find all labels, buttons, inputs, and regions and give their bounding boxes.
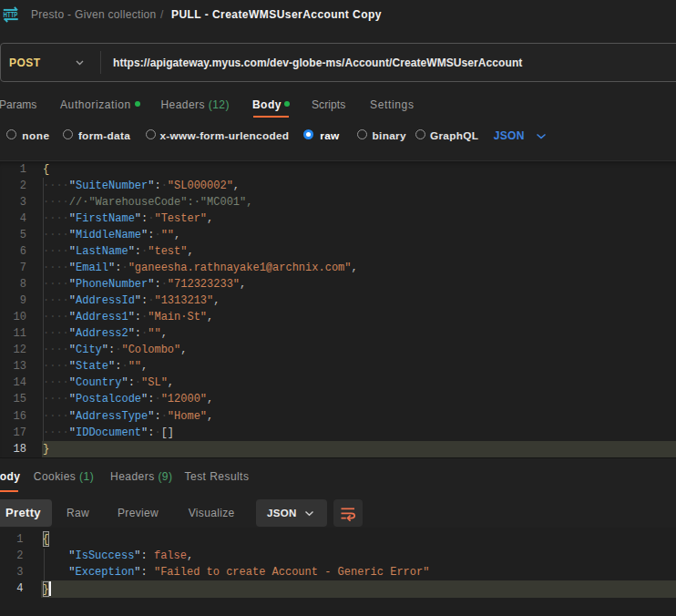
svg-text:HTTP: HTTP: [4, 9, 18, 19]
